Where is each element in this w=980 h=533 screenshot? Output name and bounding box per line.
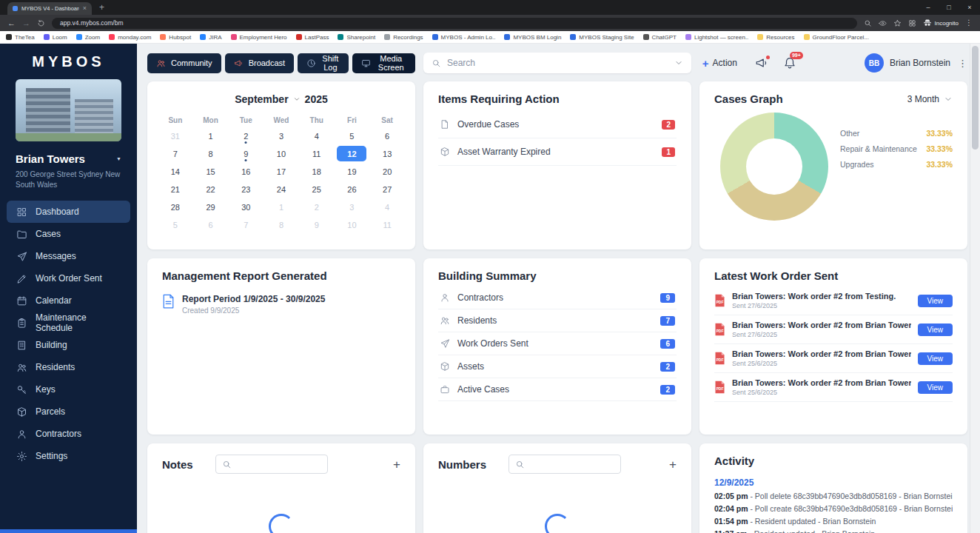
calendar-day[interactable]: 24 bbox=[266, 181, 296, 197]
reload-icon[interactable] bbox=[37, 19, 45, 27]
calendar-day[interactable]: 2 bbox=[302, 199, 332, 215]
calendar-month[interactable]: September bbox=[235, 93, 288, 105]
bookmark-item[interactable]: Zoom bbox=[76, 34, 100, 41]
address-bar[interactable]: app.v4.mybos.com/bm bbox=[52, 18, 857, 29]
shift-log-button[interactable]: Shift Log bbox=[298, 53, 348, 73]
calendar-day[interactable]: 26 bbox=[337, 181, 366, 197]
calendar-day[interactable]: 29 bbox=[196, 199, 226, 215]
range-dropdown[interactable]: 3 Month bbox=[907, 94, 953, 104]
bookmark-item[interactable]: Recordings bbox=[384, 34, 423, 41]
calendar-day[interactable]: 6 bbox=[196, 217, 226, 232]
notes-search[interactable] bbox=[215, 455, 328, 474]
calendar-day[interactable]: 15 bbox=[196, 164, 226, 179]
bookmark-item[interactable]: Employment Hero bbox=[231, 34, 287, 41]
calendar-day[interactable]: 20 bbox=[372, 164, 402, 179]
calendar-day[interactable]: 3 bbox=[337, 199, 366, 215]
sidebar-item-work-order-sent[interactable]: Work Order Sent bbox=[7, 267, 130, 289]
bookmark-item[interactable]: Hubspot bbox=[160, 34, 191, 41]
calendar-day[interactable]: 4 bbox=[302, 128, 332, 144]
building-selector[interactable]: Brian Towers ▼ bbox=[16, 152, 121, 165]
view-button[interactable]: View bbox=[918, 381, 953, 394]
back-icon[interactable]: ← bbox=[7, 19, 16, 27]
sidebar-item-parcels[interactable]: Parcels bbox=[7, 400, 130, 423]
calendar-day[interactable]: 28 bbox=[161, 199, 190, 215]
calendar-day[interactable]: 31 bbox=[161, 128, 190, 144]
bookmark-item[interactable]: JIRA bbox=[200, 34, 221, 41]
summary-row-active-cases[interactable]: Active Cases2 bbox=[438, 378, 677, 401]
bookmark-item[interactable]: monday.com bbox=[109, 34, 151, 41]
user-avatar[interactable]: BB bbox=[865, 53, 884, 73]
bookmark-item[interactable]: MYBOS BM Login bbox=[504, 34, 561, 41]
calendar-day[interactable]: 10 bbox=[266, 146, 296, 161]
window-minimize-button[interactable]: – bbox=[918, 0, 939, 15]
calendar-day[interactable]: 11 bbox=[372, 217, 402, 232]
bookmark-star-icon[interactable] bbox=[893, 19, 902, 27]
extensions-icon[interactable] bbox=[908, 19, 916, 27]
notifications-bell-icon[interactable]: 99+ bbox=[783, 56, 796, 70]
announcement-megaphone-icon[interactable] bbox=[755, 56, 768, 70]
user-menu-icon[interactable]: ⋮ bbox=[958, 58, 967, 68]
calendar-day[interactable]: 7 bbox=[231, 217, 261, 232]
bookmark-item[interactable]: Resources bbox=[757, 34, 794, 41]
calendar-day-selected[interactable]: 12 bbox=[337, 146, 366, 161]
view-button[interactable]: View bbox=[918, 324, 953, 336]
window-close-button[interactable]: × bbox=[959, 0, 980, 15]
bookmark-item[interactable]: MYBOS Staging Site bbox=[570, 34, 634, 41]
calendar-day[interactable]: 7 bbox=[161, 146, 190, 161]
bookmark-item[interactable]: LastPass bbox=[296, 34, 329, 41]
calendar-day[interactable]: 23 bbox=[231, 181, 261, 197]
summary-row-assets[interactable]: Assets2 bbox=[438, 355, 677, 378]
calendar-day[interactable]: 5 bbox=[337, 128, 366, 144]
calendar-day[interactable]: 19 bbox=[337, 164, 366, 179]
global-search[interactable] bbox=[423, 53, 691, 73]
calendar-day[interactable]: 5 bbox=[161, 217, 190, 232]
sidebar-item-calendar[interactable]: Calendar bbox=[7, 289, 130, 312]
calendar-day[interactable]: 18 bbox=[302, 164, 332, 179]
summary-row-contractors[interactable]: Contractors9 bbox=[438, 286, 677, 309]
list-item-overdue-cases[interactable]: Overdue Cases 2 bbox=[438, 111, 677, 138]
new-tab-button[interactable]: + bbox=[99, 3, 104, 12]
sidebar-item-maintenance-schedule[interactable]: Maintenance Schedule bbox=[7, 312, 130, 334]
calendar-year[interactable]: 2025 bbox=[305, 93, 328, 105]
month-chevron-down-icon[interactable] bbox=[293, 95, 301, 103]
sidebar-item-settings[interactable]: Settings bbox=[7, 445, 130, 467]
calendar-day[interactable]: 8 bbox=[196, 146, 226, 161]
calendar-day[interactable]: 21 bbox=[161, 181, 190, 197]
calendar-day[interactable]: 8 bbox=[266, 217, 296, 232]
zoom-search-icon[interactable] bbox=[864, 19, 872, 27]
summary-row-residents[interactable]: Residents7 bbox=[438, 309, 677, 332]
building-dropdown-icon[interactable]: ▼ bbox=[116, 156, 121, 161]
search-chevron-down-icon[interactable] bbox=[674, 58, 683, 67]
add-number-button[interactable]: + bbox=[669, 458, 677, 471]
calendar-day[interactable]: 1 bbox=[196, 128, 226, 144]
bookmark-item[interactable]: Loom bbox=[44, 34, 67, 41]
scrollbar-thumb[interactable] bbox=[972, 46, 979, 150]
bookmark-item[interactable]: Sharepoint bbox=[338, 34, 375, 41]
sidebar-item-contractors[interactable]: Contractors bbox=[7, 423, 130, 445]
sidebar-item-building[interactable]: Building bbox=[7, 334, 130, 356]
sidebar-item-dashboard[interactable]: Dashboard bbox=[7, 201, 130, 223]
view-button[interactable]: View bbox=[918, 352, 953, 365]
calendar-day[interactable]: 30 bbox=[231, 199, 261, 215]
calendar-day[interactable]: 6 bbox=[372, 128, 402, 144]
calendar-day[interactable]: 13 bbox=[372, 146, 402, 161]
view-button[interactable]: View bbox=[918, 295, 953, 307]
calendar-day[interactable]: 9 bbox=[231, 146, 261, 161]
add-note-button[interactable]: + bbox=[393, 458, 400, 471]
notes-search-input[interactable] bbox=[236, 460, 321, 469]
media-screen-button[interactable]: Media Screen bbox=[352, 53, 415, 73]
broadcast-button[interactable]: Broadcast bbox=[225, 53, 295, 73]
bookmark-item[interactable]: MYBOS - Admin Lo.. bbox=[432, 34, 496, 41]
window-maximize-button[interactable]: □ bbox=[939, 0, 959, 15]
eye-icon[interactable] bbox=[879, 19, 887, 27]
calendar-day[interactable]: 22 bbox=[196, 181, 226, 197]
summary-row-work-orders[interactable]: Work Orders Sent6 bbox=[438, 332, 677, 355]
community-button[interactable]: Community bbox=[147, 53, 221, 73]
browser-menu-icon[interactable]: ⋮ bbox=[965, 19, 973, 27]
calendar-day[interactable]: 17 bbox=[266, 164, 296, 179]
bookmark-item[interactable]: GroundFloor Parcel... bbox=[804, 34, 869, 41]
bookmark-item[interactable]: ChatGPT bbox=[643, 34, 677, 41]
global-search-input[interactable] bbox=[447, 58, 668, 68]
calendar-day[interactable]: 4 bbox=[372, 199, 402, 215]
sidebar-item-messages[interactable]: Messages bbox=[7, 245, 130, 267]
